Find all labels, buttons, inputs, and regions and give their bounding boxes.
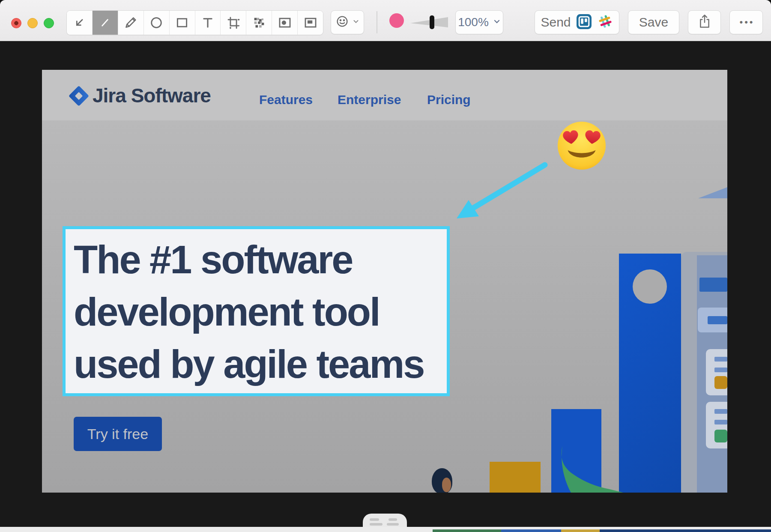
more-options-label: •••	[738, 17, 754, 28]
editor-canvas[interactable]: Jira Software Features Enterprise Pricin…	[0, 41, 771, 532]
hero-card-line	[714, 409, 727, 414]
spotlight-icon	[278, 15, 292, 30]
share-button[interactable]	[688, 10, 721, 34]
share-icon	[698, 14, 711, 30]
minimize-button[interactable]	[27, 18, 38, 28]
pencil-icon	[123, 15, 138, 30]
hero-leaf-shape	[558, 446, 627, 493]
headline-line-2: development tool	[74, 286, 447, 338]
jira-logo-icon	[68, 84, 90, 109]
save-button[interactable]: Save	[628, 10, 679, 34]
arrow-annotation[interactable]	[453, 161, 552, 224]
hero-swoosh-shape	[698, 187, 727, 200]
text-tool-button[interactable]	[195, 11, 221, 35]
hero-card-line	[714, 368, 727, 372]
thickness-slider[interactable]	[410, 15, 448, 30]
rectangle-tool-button[interactable]	[170, 11, 195, 35]
drawer-text-line	[387, 523, 399, 526]
thickness-slider-handle[interactable]	[430, 15, 434, 29]
try-it-free-button: Try it free	[74, 417, 162, 451]
trello-icon	[576, 14, 592, 31]
hero-card-line	[714, 420, 727, 424]
site-header: Jira Software Features Enterprise Pricin…	[42, 70, 727, 120]
close-button[interactable]	[11, 18, 21, 28]
annotation-app-window: 100% Send Save •••	[0, 0, 771, 532]
arrow-tool-button[interactable]	[67, 11, 93, 35]
chevron-down-icon	[353, 18, 359, 27]
headline-line-1: The #1 software	[74, 233, 447, 286]
nav-link-enterprise: Enterprise	[338, 93, 401, 107]
smiley-icon	[335, 15, 349, 30]
heart-eyes-emoji-annotation[interactable]	[556, 120, 607, 173]
save-label: Save	[639, 15, 668, 30]
zoom-level-dropdown[interactable]: 100%	[455, 10, 503, 34]
next-thumbnail-edge	[433, 529, 771, 532]
crop-tool-button[interactable]	[221, 11, 246, 35]
drawer-text-line	[370, 518, 379, 521]
crop-icon	[226, 15, 241, 30]
line-icon	[98, 15, 112, 30]
text-icon	[200, 15, 215, 30]
pencil-tool-button[interactable]	[118, 11, 144, 35]
fullscreen-button[interactable]	[44, 18, 54, 28]
rectangle-icon	[175, 15, 189, 30]
hero-card-bar	[708, 316, 727, 324]
pixelate-icon	[252, 15, 266, 30]
chevron-down-icon	[493, 18, 501, 27]
drawer-text-line	[370, 523, 383, 526]
nav-link-pricing: Pricing	[427, 93, 471, 107]
site-logo-text: Jira Software	[93, 84, 211, 107]
pixelate-tool-button[interactable]	[246, 11, 272, 35]
highlight-tool-button[interactable]	[298, 11, 323, 35]
hero-card-line	[714, 357, 727, 362]
headline-line-3: used by agile teams	[74, 338, 447, 390]
tool-group	[66, 10, 323, 35]
screenshot-image: Jira Software Features Enterprise Pricin…	[42, 70, 727, 493]
arrow-icon	[72, 15, 87, 30]
ellipse-tool-button[interactable]	[144, 11, 170, 35]
hero-card-yellow-square	[714, 376, 727, 389]
toolbar: 100% Send Save •••	[0, 0, 771, 41]
hero-person-face	[442, 478, 451, 492]
zoom-level-value: 100%	[458, 15, 489, 29]
hero-card-green-square	[714, 430, 727, 442]
spotlight-tool-button[interactable]	[272, 11, 298, 35]
emoji-picker-button[interactable]	[331, 10, 364, 34]
slack-icon	[597, 13, 613, 31]
hero-desk-shape	[490, 462, 541, 493]
ellipse-icon	[149, 15, 164, 30]
send-button[interactable]: Send	[535, 10, 619, 34]
thickness-wedge-icon	[410, 15, 448, 32]
more-options-button[interactable]: •••	[729, 10, 763, 34]
spotlight-annotation[interactable]: The #1 software development tool used by…	[63, 226, 450, 396]
line-tool-button[interactable]	[93, 11, 118, 35]
hero-circle-shape	[633, 269, 667, 304]
stroke-color-swatch[interactable]	[389, 13, 404, 28]
highlight-icon	[303, 15, 318, 30]
toolbar-divider	[377, 11, 377, 33]
drawer-text-line	[388, 518, 397, 521]
hero-board-header-bar	[699, 278, 727, 292]
nav-link-features: Features	[259, 93, 313, 107]
send-label: Send	[541, 15, 571, 30]
